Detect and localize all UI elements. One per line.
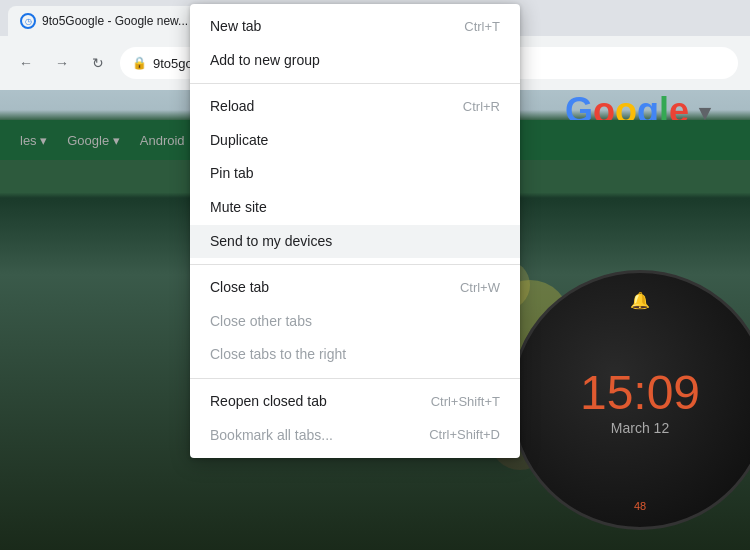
menu-item-close-other-tabs: Close other tabs xyxy=(190,305,520,339)
menu-divider xyxy=(190,264,520,265)
menu-label-reload: Reload xyxy=(210,97,254,117)
menu-item-send-to-devices[interactable]: Send to my devices xyxy=(190,225,520,259)
lock-icon: 🔒 xyxy=(132,56,147,70)
menu-label-close-tab: Close tab xyxy=(210,278,269,298)
menu-divider xyxy=(190,83,520,84)
menu-label-pin-tab: Pin tab xyxy=(210,164,254,184)
menu-label-duplicate: Duplicate xyxy=(210,131,268,151)
menu-label-bookmark-all: Bookmark all tabs... xyxy=(210,426,333,446)
menu-divider xyxy=(190,378,520,379)
menu-item-reopen-closed[interactable]: Reopen closed tabCtrl+Shift+T xyxy=(190,385,520,419)
menu-shortcut-reopen-closed: Ctrl+Shift+T xyxy=(431,393,500,411)
clock-widget: 15:09 March 12 7° 🔔 48 xyxy=(510,270,750,530)
menu-label-send-to-devices: Send to my devices xyxy=(210,232,332,252)
menu-item-close-tabs-right: Close tabs to the right xyxy=(190,338,520,372)
menu-label-mute-site: Mute site xyxy=(210,198,267,218)
menu-shortcut-close-tab: Ctrl+W xyxy=(460,279,500,297)
menu-label-add-to-group: Add to new group xyxy=(210,51,320,71)
clock-time: 15:09 xyxy=(580,365,700,420)
menu-item-add-to-group[interactable]: Add to new group xyxy=(190,44,520,78)
tab-title: 9to5Google - Google new... xyxy=(42,14,188,28)
forward-button[interactable]: → xyxy=(48,49,76,77)
reload-button[interactable]: ↻ xyxy=(84,49,112,77)
menu-label-new-tab: New tab xyxy=(210,17,261,37)
menu-shortcut-reload: Ctrl+R xyxy=(463,98,500,116)
clock-temp: 7° xyxy=(726,293,737,305)
nav-item-3[interactable]: Android xyxy=(140,133,185,148)
menu-label-reopen-closed: Reopen closed tab xyxy=(210,392,327,412)
bell-icon: 🔔 xyxy=(630,291,650,310)
menu-item-reload[interactable]: ReloadCtrl+R xyxy=(190,90,520,124)
clock-date: March 12 xyxy=(611,420,669,436)
menu-item-pin-tab[interactable]: Pin tab xyxy=(190,157,520,191)
menu-shortcut-new-tab: Ctrl+T xyxy=(464,18,500,36)
tab-favicon: ◷ xyxy=(20,13,36,29)
menu-item-duplicate[interactable]: Duplicate xyxy=(190,124,520,158)
menu-item-mute-site[interactable]: Mute site xyxy=(190,191,520,225)
back-button[interactable]: ← xyxy=(12,49,40,77)
menu-item-close-tab[interactable]: Close tabCtrl+W xyxy=(190,271,520,305)
nav-item-2[interactable]: Google ▾ xyxy=(67,133,120,148)
menu-shortcut-bookmark-all: Ctrl+Shift+D xyxy=(429,426,500,444)
menu-label-close-other-tabs: Close other tabs xyxy=(210,312,312,332)
menu-item-new-tab[interactable]: New tabCtrl+T xyxy=(190,10,520,44)
context-menu: New tabCtrl+TAdd to new groupReloadCtrl+… xyxy=(190,4,520,458)
clock-indicator: 48 xyxy=(634,500,646,512)
menu-label-close-tabs-right: Close tabs to the right xyxy=(210,345,346,365)
menu-item-bookmark-all: Bookmark all tabs...Ctrl+Shift+D xyxy=(190,419,520,453)
nav-item-1[interactable]: les ▾ xyxy=(20,133,47,148)
